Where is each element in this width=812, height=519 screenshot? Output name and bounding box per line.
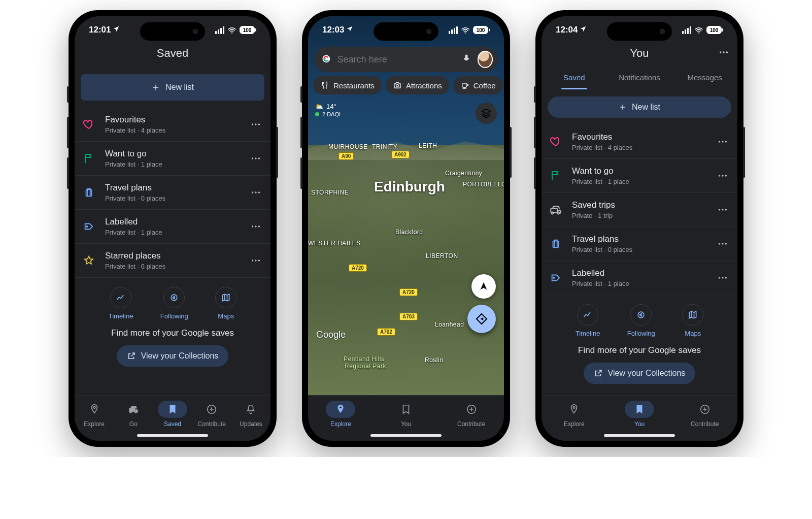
list-item[interactable]: FavouritesPrivate list · 4 places [75,108,270,142]
tab-go[interactable]: Go [114,401,153,428]
battery-icon: 100 [240,26,256,34]
timeline-button[interactable]: Timeline [576,304,600,337]
more-icon[interactable] [717,272,728,283]
list-title: Travel plans [105,183,242,193]
tab-contribute[interactable]: Contribute [672,401,737,428]
add-circle-icon [699,404,710,415]
home-indicator[interactable] [137,434,208,437]
open-external-icon [127,351,136,361]
view-collections-button[interactable]: View your Collections [117,345,229,367]
tab-label: Saved [164,420,181,428]
list-item[interactable]: Want to goPrivate list · 1 place [75,142,270,176]
home-indicator[interactable] [604,434,675,437]
dynamic-island [607,22,672,41]
map-label: TRINITY [372,143,397,150]
quick-links: Timeline Following Maps [542,295,737,340]
timeline-icon [583,310,593,320]
more-icon[interactable] [250,255,261,266]
tab-explore[interactable]: Explore [542,401,607,428]
clock: 12:04 [556,25,578,35]
chip-label: Coffee [473,81,496,90]
more-icon[interactable] [250,221,261,232]
bookmark-icon [634,404,645,415]
recenter-button[interactable] [471,274,496,299]
maps-button[interactable]: Maps [215,287,236,320]
page-title: Saved [75,44,270,67]
wifi-icon [461,26,470,34]
weather-icon: ⛅ [315,103,323,110]
tab-you[interactable]: You [374,401,439,428]
list-item[interactable]: LabelledPrivate list · 1 place [542,261,737,295]
chip-restaurants[interactable]: Restaurants [313,76,382,94]
list-item[interactable]: Want to goPrivate list · 1 place [542,159,737,193]
tab-saved[interactable]: Saved [153,401,192,428]
list-subtitle: Private list · 0 places [572,246,709,253]
chip-coffee[interactable]: Coffee [453,76,503,94]
list-item[interactable]: FavouritesPrivate list · 4 places [542,125,737,159]
list-item[interactable]: Travel plansPrivate list · 0 places [75,176,270,210]
suitcase-icon [81,187,97,198]
tab-saved[interactable]: Saved [542,67,607,89]
map-label: Pentland Hills [344,355,384,363]
list-item[interactable]: Travel plansPrivate list · 0 places [542,227,737,261]
list-subtitle: Private list · 1 place [572,280,709,287]
new-list-button[interactable]: New list [81,74,264,101]
following-button[interactable]: Following [160,287,188,320]
timeline-button[interactable]: Timeline [109,287,133,320]
overflow-menu-button[interactable] [718,47,729,61]
plus-icon [619,103,627,111]
dynamic-island [374,22,438,41]
tab-label: You [401,420,411,428]
tab-contribute[interactable]: Contribute [438,401,504,428]
search-input[interactable] [337,54,455,65]
layers-icon [481,108,492,119]
more-icon[interactable] [717,204,728,215]
list-subtitle: Private list · 4 places [572,144,709,151]
chip-label: Attractions [406,81,442,90]
list-title: Labelled [572,268,709,278]
tab-notifications[interactable]: Notifications [607,67,672,89]
list-item[interactable]: Saved tripsPrivate · 1 trip [542,193,737,227]
list-item[interactable]: Starred placesPrivate list · 6 places [75,244,270,278]
tab-label: Messages [687,73,722,82]
more-icon[interactable] [250,187,261,198]
list-subtitle: Private list · 1 place [105,160,242,168]
list-title: Labelled [105,217,242,227]
home-indicator[interactable] [370,434,442,437]
chip-attractions[interactable]: Attractions [386,76,449,94]
view-collections-button[interactable]: View your Collections [584,363,696,384]
tab-you[interactable]: You [607,401,672,428]
tab-messages[interactable]: Messages [672,67,737,89]
map-label: LIBERTON [426,252,458,260]
plus-icon [151,83,160,92]
tab-explore[interactable]: Explore [75,401,114,428]
map-label: LEITH [419,142,437,149]
cellular-icon [215,26,224,34]
cellular-icon [449,26,458,34]
phone-you: 12:04 100 You Saved Notifications Messag… [535,10,743,447]
road-badge: A90 [339,152,354,160]
search-bar[interactable] [314,47,498,72]
more-icon[interactable] [250,153,261,164]
weather-widget[interactable]: ⛅14° 2 DAQI [315,103,341,117]
tab-contribute[interactable]: Contribute [192,401,231,428]
directions-button[interactable] [467,305,496,333]
map-canvas[interactable]: 12:03 100 Restaurants Attrac [308,16,504,395]
following-button[interactable]: Following [627,304,655,337]
tab-explore[interactable]: Explore [308,401,374,428]
more-icon[interactable] [717,238,728,249]
new-list-button[interactable]: New list [548,96,731,118]
quick-label: Maps [685,330,701,337]
road-badge: A720 [399,288,418,296]
aqi-label: 2 DAQI [322,111,341,117]
account-avatar[interactable] [478,51,493,68]
tab-updates[interactable]: Updates [231,401,270,428]
more-icon[interactable] [717,136,728,147]
aqi-dot-icon [315,112,319,116]
layers-button[interactable] [476,103,497,124]
more-icon[interactable] [717,170,728,181]
maps-button[interactable]: Maps [682,304,703,337]
voice-search-button[interactable] [461,53,471,66]
list-item[interactable]: LabelledPrivate list · 1 place [75,210,270,244]
more-icon[interactable] [250,119,261,130]
